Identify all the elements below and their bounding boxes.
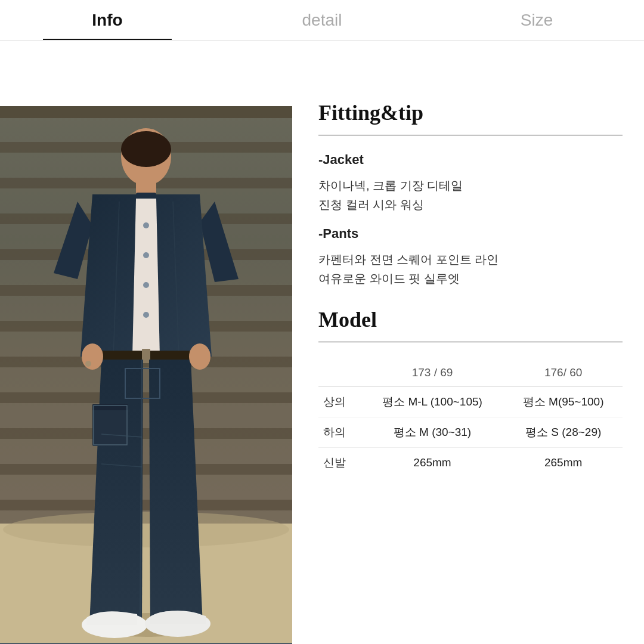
jacket-desc: 차이나넥, 크롭 기장 디테일 진청 컬러 시와 워싱 bbox=[318, 176, 623, 214]
product-image-svg bbox=[0, 106, 292, 643]
model-table-row: 상의 평소 M-L (100~105) 평소 M(95~100) bbox=[318, 387, 623, 417]
row-col2: 평소 M(95~100) bbox=[504, 387, 623, 417]
svg-rect-12 bbox=[0, 464, 292, 475]
svg-point-15 bbox=[3, 512, 289, 547]
product-image bbox=[0, 106, 292, 644]
svg-rect-28 bbox=[142, 349, 150, 363]
row-col1: 265mm bbox=[361, 448, 504, 478]
svg-point-25 bbox=[143, 282, 149, 288]
info-panel: Fitting&tip -Jacket 차이나넥, 크롭 기장 디테일 진청 컬… bbox=[292, 41, 644, 644]
svg-rect-29 bbox=[92, 404, 128, 446]
svg-rect-11 bbox=[0, 428, 292, 439]
svg-rect-13 bbox=[0, 500, 292, 510]
fitting-section: Fitting&tip -Jacket 차이나넥, 크롭 기장 디테일 진청 컬… bbox=[318, 100, 623, 288]
tab-size[interactable]: Size bbox=[429, 0, 644, 40]
model-table-header-row: 173 / 69 176/ 60 bbox=[318, 359, 623, 387]
fitting-divider bbox=[318, 135, 623, 135]
col-header-2: 176/ 60 bbox=[504, 359, 623, 387]
svg-point-39 bbox=[189, 343, 210, 370]
svg-rect-2 bbox=[0, 106, 292, 118]
image-top-spacer bbox=[0, 41, 292, 106]
tab-info[interactable]: Info bbox=[0, 0, 215, 40]
fitting-title: Fitting&tip bbox=[318, 100, 623, 125]
jacket-heading: -Jacket bbox=[318, 152, 623, 168]
row-col2: 265mm bbox=[504, 448, 623, 478]
model-title: Model bbox=[318, 307, 623, 332]
tab-detail[interactable]: detail bbox=[215, 0, 429, 40]
row-label: 상의 bbox=[318, 387, 361, 417]
row-col1: 평소 M-L (100~105) bbox=[361, 387, 504, 417]
top-spacer bbox=[318, 64, 623, 100]
svg-point-26 bbox=[143, 312, 149, 318]
svg-point-23 bbox=[143, 222, 149, 228]
svg-point-38 bbox=[85, 361, 91, 367]
model-section: Model 173 / 69 176/ 60 상의 평소 M-L (100~10… bbox=[318, 307, 623, 478]
model-table-row: 하의 평소 M (30~31) 평소 S (28~29) bbox=[318, 417, 623, 448]
svg-point-24 bbox=[143, 252, 149, 258]
row-label: 하의 bbox=[318, 417, 361, 448]
model-table-row: 신발 265mm 265mm bbox=[318, 448, 623, 478]
tab-bar: Info detail Size bbox=[0, 0, 644, 41]
content-wrapper: Fitting&tip -Jacket 차이나넥, 크롭 기장 디테일 진청 컬… bbox=[0, 41, 644, 644]
row-label: 신발 bbox=[318, 448, 361, 478]
col-header-1: 173 / 69 bbox=[361, 359, 504, 387]
pants-desc: 카펜터와 전면 스퀘어 포인트 라인 여유로운 와이드 핏 실루엣 bbox=[318, 250, 623, 288]
model-table: 173 / 69 176/ 60 상의 평소 M-L (100~105) 평소 … bbox=[318, 359, 623, 478]
row-col2: 평소 S (28~29) bbox=[504, 417, 623, 448]
model-divider bbox=[318, 342, 623, 342]
row-col1: 평소 M (30~31) bbox=[361, 417, 504, 448]
svg-point-19 bbox=[121, 131, 171, 167]
col-header-0 bbox=[318, 359, 361, 387]
image-column bbox=[0, 41, 292, 644]
pants-heading: -Pants bbox=[318, 226, 623, 242]
svg-point-37 bbox=[82, 343, 103, 370]
